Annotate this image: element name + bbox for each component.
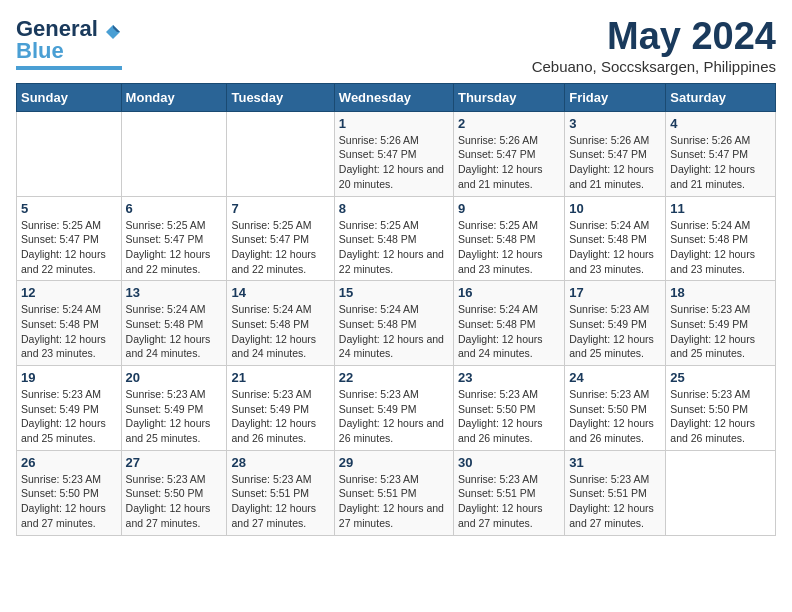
day-number: 9 <box>458 201 560 216</box>
day-cell: 7Sunrise: 5:25 AMSunset: 5:47 PMDaylight… <box>227 196 334 281</box>
day-number: 19 <box>21 370 117 385</box>
day-cell: 4Sunrise: 5:26 AMSunset: 5:47 PMDaylight… <box>666 111 776 196</box>
day-cell: 28Sunrise: 5:23 AMSunset: 5:51 PMDayligh… <box>227 450 334 535</box>
day-detail: Sunrise: 5:23 AMSunset: 5:50 PMDaylight:… <box>670 387 771 446</box>
day-cell: 2Sunrise: 5:26 AMSunset: 5:47 PMDaylight… <box>453 111 564 196</box>
day-cell: 6Sunrise: 5:25 AMSunset: 5:47 PMDaylight… <box>121 196 227 281</box>
week-row-2: 5Sunrise: 5:25 AMSunset: 5:47 PMDaylight… <box>17 196 776 281</box>
day-cell: 23Sunrise: 5:23 AMSunset: 5:50 PMDayligh… <box>453 366 564 451</box>
day-cell: 22Sunrise: 5:23 AMSunset: 5:49 PMDayligh… <box>334 366 453 451</box>
day-number: 13 <box>126 285 223 300</box>
day-cell: 17Sunrise: 5:23 AMSunset: 5:49 PMDayligh… <box>565 281 666 366</box>
day-detail: Sunrise: 5:26 AMSunset: 5:47 PMDaylight:… <box>339 133 449 192</box>
day-number: 26 <box>21 455 117 470</box>
header: General Blue May 2024 Cebuano, Soccsksar… <box>16 16 776 75</box>
day-detail: Sunrise: 5:23 AMSunset: 5:49 PMDaylight:… <box>126 387 223 446</box>
day-number: 8 <box>339 201 449 216</box>
day-cell <box>227 111 334 196</box>
day-detail: Sunrise: 5:23 AMSunset: 5:51 PMDaylight:… <box>231 472 329 531</box>
day-cell: 25Sunrise: 5:23 AMSunset: 5:50 PMDayligh… <box>666 366 776 451</box>
header-row: SundayMondayTuesdayWednesdayThursdayFrid… <box>17 83 776 111</box>
day-cell: 26Sunrise: 5:23 AMSunset: 5:50 PMDayligh… <box>17 450 122 535</box>
day-detail: Sunrise: 5:24 AMSunset: 5:48 PMDaylight:… <box>339 302 449 361</box>
month-title: May 2024 <box>532 16 776 58</box>
day-cell: 18Sunrise: 5:23 AMSunset: 5:49 PMDayligh… <box>666 281 776 366</box>
day-detail: Sunrise: 5:25 AMSunset: 5:47 PMDaylight:… <box>231 218 329 277</box>
day-number: 23 <box>458 370 560 385</box>
day-cell: 15Sunrise: 5:24 AMSunset: 5:48 PMDayligh… <box>334 281 453 366</box>
week-row-5: 26Sunrise: 5:23 AMSunset: 5:50 PMDayligh… <box>17 450 776 535</box>
day-detail: Sunrise: 5:25 AMSunset: 5:48 PMDaylight:… <box>458 218 560 277</box>
day-detail: Sunrise: 5:24 AMSunset: 5:48 PMDaylight:… <box>458 302 560 361</box>
week-row-4: 19Sunrise: 5:23 AMSunset: 5:49 PMDayligh… <box>17 366 776 451</box>
day-cell: 9Sunrise: 5:25 AMSunset: 5:48 PMDaylight… <box>453 196 564 281</box>
day-detail: Sunrise: 5:23 AMSunset: 5:49 PMDaylight:… <box>231 387 329 446</box>
day-detail: Sunrise: 5:24 AMSunset: 5:48 PMDaylight:… <box>231 302 329 361</box>
week-row-1: 1Sunrise: 5:26 AMSunset: 5:47 PMDaylight… <box>17 111 776 196</box>
day-number: 17 <box>569 285 661 300</box>
day-detail: Sunrise: 5:25 AMSunset: 5:48 PMDaylight:… <box>339 218 449 277</box>
day-number: 16 <box>458 285 560 300</box>
day-number: 29 <box>339 455 449 470</box>
day-detail: Sunrise: 5:25 AMSunset: 5:47 PMDaylight:… <box>21 218 117 277</box>
day-number: 25 <box>670 370 771 385</box>
day-detail: Sunrise: 5:23 AMSunset: 5:51 PMDaylight:… <box>458 472 560 531</box>
day-detail: Sunrise: 5:23 AMSunset: 5:49 PMDaylight:… <box>21 387 117 446</box>
calendar-table: SundayMondayTuesdayWednesdayThursdayFrid… <box>16 83 776 536</box>
week-row-3: 12Sunrise: 5:24 AMSunset: 5:48 PMDayligh… <box>17 281 776 366</box>
day-detail: Sunrise: 5:26 AMSunset: 5:47 PMDaylight:… <box>670 133 771 192</box>
header-day-wednesday: Wednesday <box>334 83 453 111</box>
day-cell <box>666 450 776 535</box>
day-number: 30 <box>458 455 560 470</box>
day-number: 22 <box>339 370 449 385</box>
day-cell <box>17 111 122 196</box>
day-cell: 21Sunrise: 5:23 AMSunset: 5:49 PMDayligh… <box>227 366 334 451</box>
day-number: 12 <box>21 285 117 300</box>
day-detail: Sunrise: 5:23 AMSunset: 5:49 PMDaylight:… <box>339 387 449 446</box>
day-detail: Sunrise: 5:23 AMSunset: 5:50 PMDaylight:… <box>569 387 661 446</box>
day-number: 11 <box>670 201 771 216</box>
day-detail: Sunrise: 5:23 AMSunset: 5:50 PMDaylight:… <box>21 472 117 531</box>
logo-bar <box>16 66 122 70</box>
day-number: 5 <box>21 201 117 216</box>
day-cell: 31Sunrise: 5:23 AMSunset: 5:51 PMDayligh… <box>565 450 666 535</box>
day-detail: Sunrise: 5:24 AMSunset: 5:48 PMDaylight:… <box>670 218 771 277</box>
day-detail: Sunrise: 5:23 AMSunset: 5:49 PMDaylight:… <box>670 302 771 361</box>
logo: General Blue <box>16 16 122 70</box>
day-cell: 3Sunrise: 5:26 AMSunset: 5:47 PMDaylight… <box>565 111 666 196</box>
day-detail: Sunrise: 5:26 AMSunset: 5:47 PMDaylight:… <box>458 133 560 192</box>
day-detail: Sunrise: 5:24 AMSunset: 5:48 PMDaylight:… <box>21 302 117 361</box>
day-cell: 14Sunrise: 5:24 AMSunset: 5:48 PMDayligh… <box>227 281 334 366</box>
day-number: 3 <box>569 116 661 131</box>
day-cell: 20Sunrise: 5:23 AMSunset: 5:49 PMDayligh… <box>121 366 227 451</box>
day-detail: Sunrise: 5:26 AMSunset: 5:47 PMDaylight:… <box>569 133 661 192</box>
header-day-monday: Monday <box>121 83 227 111</box>
day-number: 18 <box>670 285 771 300</box>
header-day-saturday: Saturday <box>666 83 776 111</box>
day-cell: 19Sunrise: 5:23 AMSunset: 5:49 PMDayligh… <box>17 366 122 451</box>
day-number: 20 <box>126 370 223 385</box>
day-cell: 27Sunrise: 5:23 AMSunset: 5:50 PMDayligh… <box>121 450 227 535</box>
day-number: 14 <box>231 285 329 300</box>
day-cell: 1Sunrise: 5:26 AMSunset: 5:47 PMDaylight… <box>334 111 453 196</box>
day-number: 6 <box>126 201 223 216</box>
day-cell: 29Sunrise: 5:23 AMSunset: 5:51 PMDayligh… <box>334 450 453 535</box>
day-number: 24 <box>569 370 661 385</box>
day-number: 27 <box>126 455 223 470</box>
day-number: 4 <box>670 116 771 131</box>
day-detail: Sunrise: 5:24 AMSunset: 5:48 PMDaylight:… <box>569 218 661 277</box>
day-number: 28 <box>231 455 329 470</box>
header-day-friday: Friday <box>565 83 666 111</box>
day-number: 31 <box>569 455 661 470</box>
day-number: 15 <box>339 285 449 300</box>
logo-general: General <box>16 16 98 41</box>
day-number: 7 <box>231 201 329 216</box>
day-number: 21 <box>231 370 329 385</box>
subtitle: Cebuano, Soccsksargen, Philippines <box>532 58 776 75</box>
day-detail: Sunrise: 5:24 AMSunset: 5:48 PMDaylight:… <box>126 302 223 361</box>
header-day-thursday: Thursday <box>453 83 564 111</box>
day-detail: Sunrise: 5:23 AMSunset: 5:49 PMDaylight:… <box>569 302 661 361</box>
day-cell: 10Sunrise: 5:24 AMSunset: 5:48 PMDayligh… <box>565 196 666 281</box>
day-number: 10 <box>569 201 661 216</box>
day-cell <box>121 111 227 196</box>
